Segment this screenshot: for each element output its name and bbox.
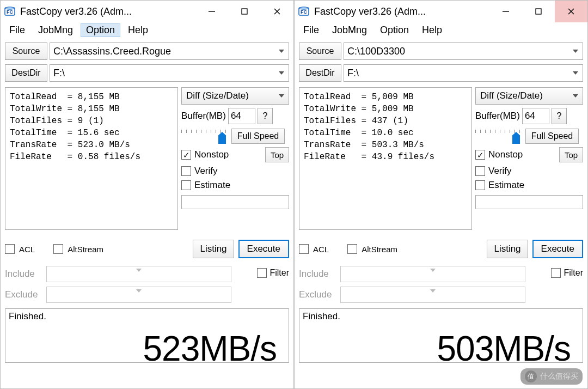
destdir-combo[interactable]: F:\ — [50, 64, 289, 82]
menu-option[interactable]: Option — [81, 23, 120, 37]
copy-mode-value: Diff (Size/Date) — [186, 90, 249, 101]
watermark-icon: 值 — [525, 370, 537, 382]
source-button[interactable]: Source — [5, 42, 47, 60]
destdir-button[interactable]: DestDir — [5, 64, 47, 82]
estimate-checkbox[interactable] — [475, 180, 485, 190]
filter-label: Filter — [270, 268, 289, 278]
exclude-combo[interactable] — [340, 287, 525, 303]
status-text: Finished. — [9, 311, 46, 321]
nonstop-checkbox[interactable] — [181, 150, 191, 160]
slider-thumb-icon[interactable] — [218, 132, 226, 144]
copy-mode-dropdown[interactable]: Diff (Size/Date) — [475, 87, 583, 105]
fastcopy-window: FC FastCopy ver3.26 (Adm... File JobMng … — [0, 0, 294, 389]
nonstop-checkbox[interactable] — [475, 150, 485, 160]
svg-rect-11 — [536, 9, 541, 14]
source-combo[interactable]: C:\Assassins.Creed.Rogue — [50, 42, 289, 60]
buffer-label: Buffer(MB) — [475, 111, 520, 121]
watermark-text: 什么值得买 — [540, 372, 578, 381]
verify-checkbox[interactable] — [475, 166, 485, 176]
titlebar[interactable]: FC FastCopy ver3.26 (Adm... — [295, 1, 587, 22]
buffer-input[interactable]: 64 — [228, 108, 255, 124]
app-icon: FC — [4, 5, 16, 17]
exclude-combo[interactable] — [46, 287, 231, 303]
filter-checkbox[interactable] — [257, 268, 267, 278]
menu-jobmng[interactable]: JobMng — [327, 23, 372, 37]
listing-button[interactable]: Listing — [193, 240, 234, 258]
destdir-value: F:\ — [53, 68, 65, 79]
watermark: 值 什么值得买 — [520, 368, 583, 385]
buffer-help-button[interactable]: ? — [258, 108, 273, 124]
source-combo[interactable]: C:\100D3300 — [344, 42, 583, 60]
speed-slider[interactable] — [181, 129, 228, 144]
altstream-checkbox[interactable] — [347, 244, 357, 254]
menu-option[interactable]: Option — [375, 23, 414, 37]
execute-button[interactable]: Execute — [532, 240, 583, 258]
destdir-combo[interactable]: F:\ — [344, 64, 583, 82]
source-button[interactable]: Source — [299, 42, 341, 60]
stats-display: TotalRead = 5,009 MB TotalWrite = 5,009 … — [299, 87, 472, 230]
big-speed-overlay: 523MB/s — [143, 329, 277, 369]
titlebar[interactable]: FC FastCopy ver3.26 (Adm... — [1, 1, 293, 22]
acl-checkbox[interactable] — [299, 244, 309, 254]
window-title: FastCopy ver3.26 (Adm... — [20, 6, 132, 17]
speed-label: Full Speed — [525, 129, 579, 144]
mini-status — [475, 195, 583, 209]
nonstop-label: Nonstop — [488, 149, 523, 160]
acl-label: ACL — [313, 245, 329, 254]
buffer-help-button[interactable]: ? — [552, 108, 567, 124]
maximize-button[interactable] — [522, 1, 555, 22]
altstream-checkbox[interactable] — [53, 244, 63, 254]
estimate-checkbox[interactable] — [181, 180, 191, 190]
close-button[interactable] — [555, 1, 587, 22]
menu-jobmng[interactable]: JobMng — [33, 23, 78, 37]
chevron-down-icon — [47, 269, 231, 272]
menu-file[interactable]: File — [298, 23, 324, 37]
source-value: C:\Assassins.Creed.Rogue — [53, 46, 171, 57]
status-box: Finished. 523MB/s — [5, 308, 289, 363]
minimize-button[interactable] — [489, 1, 522, 22]
acl-checkbox[interactable] — [5, 244, 15, 254]
estimate-label: Estimate — [488, 180, 524, 191]
nonstop-label: Nonstop — [194, 149, 229, 160]
include-combo[interactable] — [46, 266, 231, 282]
close-button[interactable] — [261, 1, 293, 22]
filter-checkbox[interactable] — [551, 268, 561, 278]
verify-label: Verify — [194, 166, 218, 177]
buffer-label: Buffer(MB) — [181, 111, 226, 121]
chevron-down-icon — [278, 92, 285, 100]
buffer-input[interactable]: 64 — [522, 108, 549, 124]
filter-label: Filter — [564, 268, 583, 278]
speed-slider[interactable] — [475, 129, 522, 144]
menu-help[interactable]: Help — [122, 23, 154, 37]
menu-help[interactable]: Help — [416, 23, 448, 37]
listing-button[interactable]: Listing — [487, 240, 528, 258]
minimize-button[interactable] — [195, 1, 228, 22]
include-label: Include — [5, 269, 43, 279]
verify-checkbox[interactable] — [181, 166, 191, 176]
include-label: Include — [299, 269, 337, 279]
exclude-label: Exclude — [299, 289, 337, 300]
include-combo[interactable] — [340, 266, 525, 282]
chevron-down-icon — [572, 69, 579, 77]
maximize-button[interactable] — [228, 1, 261, 22]
exclude-label: Exclude — [5, 289, 43, 300]
destdir-button[interactable]: DestDir — [299, 64, 341, 82]
top-button[interactable]: Top — [559, 147, 583, 162]
copy-mode-dropdown[interactable]: Diff (Size/Date) — [181, 87, 289, 105]
chevron-down-icon — [572, 92, 579, 100]
menubar: File JobMng Option Help — [295, 22, 587, 40]
slider-thumb-icon[interactable] — [512, 132, 520, 144]
svg-text:FC: FC — [301, 9, 307, 15]
chevron-down-icon — [572, 47, 579, 55]
execute-button[interactable]: Execute — [238, 240, 289, 258]
chevron-down-icon — [341, 269, 525, 272]
chevron-down-icon — [278, 47, 285, 55]
big-speed-overlay: 503MB/s — [437, 329, 571, 369]
speed-label: Full Speed — [231, 129, 285, 144]
svg-text:FC: FC — [7, 9, 13, 15]
top-button[interactable]: Top — [265, 147, 289, 162]
chevron-down-icon — [47, 289, 231, 293]
menu-file[interactable]: File — [4, 23, 30, 37]
chevron-down-icon — [341, 289, 525, 293]
status-text: Finished. — [303, 311, 340, 321]
